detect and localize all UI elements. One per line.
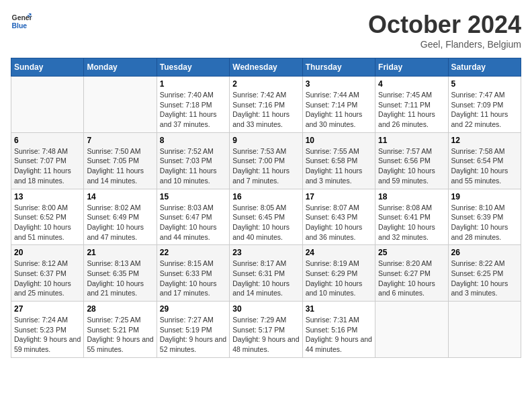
day-number: 20 (14, 248, 81, 257)
day-number: 4 (378, 79, 445, 89)
calendar-table: SundayMondayTuesdayWednesdayThursdayFrid… (11, 58, 521, 358)
day-number: 25 (378, 248, 445, 257)
day-number: 8 (160, 136, 226, 145)
calendar-week-5: 27Sunrise: 7:24 AMSunset: 5:23 PMDayligh… (11, 302, 521, 358)
calendar-day: 29Sunrise: 7:27 AMSunset: 5:19 PMDayligh… (157, 302, 229, 358)
calendar-week-3: 13Sunrise: 8:00 AMSunset: 6:52 PMDayligh… (11, 189, 521, 245)
calendar-week-4: 20Sunrise: 8:12 AMSunset: 6:37 PMDayligh… (11, 245, 521, 302)
day-info: Sunrise: 7:55 AMSunset: 6:58 PMDaylight:… (306, 146, 372, 186)
day-info: Sunrise: 8:15 AMSunset: 6:33 PMDaylight:… (160, 259, 226, 298)
day-number: 31 (306, 304, 372, 314)
calendar-header: SundayMondayTuesdayWednesdayThursdayFrid… (11, 58, 521, 77)
day-info: Sunrise: 7:29 AMSunset: 5:17 PMDaylight:… (232, 315, 299, 355)
day-info: Sunrise: 7:40 AMSunset: 7:18 PMDaylight:… (160, 90, 226, 130)
day-header-sunday: Sunday (11, 58, 84, 77)
day-info: Sunrise: 7:58 AMSunset: 6:54 PMDaylight:… (451, 146, 518, 186)
logo-icon: General Blue (11, 11, 32, 32)
day-number: 2 (232, 79, 299, 89)
day-info: Sunrise: 8:07 AMSunset: 6:43 PMDaylight:… (306, 203, 372, 242)
location: Geel, Flanders, Belgium (368, 39, 521, 50)
day-number: 21 (87, 248, 153, 257)
day-number: 10 (306, 136, 372, 145)
day-info: Sunrise: 8:13 AMSunset: 6:35 PMDaylight:… (87, 259, 153, 298)
header-row: SundayMondayTuesdayWednesdayThursdayFrid… (11, 58, 521, 77)
day-info: Sunrise: 7:44 AMSunset: 7:14 PMDaylight:… (306, 90, 372, 130)
day-number: 30 (232, 304, 299, 314)
calendar-day: 21Sunrise: 8:13 AMSunset: 6:35 PMDayligh… (84, 245, 157, 302)
day-info: Sunrise: 8:08 AMSunset: 6:41 PMDaylight:… (378, 203, 445, 242)
calendar-day: 30Sunrise: 7:29 AMSunset: 5:17 PMDayligh… (230, 302, 302, 358)
calendar-day (84, 77, 157, 133)
calendar-day: 19Sunrise: 8:10 AMSunset: 6:39 PMDayligh… (448, 189, 521, 245)
calendar-day: 5Sunrise: 7:47 AMSunset: 7:09 PMDaylight… (448, 77, 521, 133)
calendar-day: 10Sunrise: 7:55 AMSunset: 6:58 PMDayligh… (302, 132, 375, 189)
calendar-day: 2Sunrise: 7:42 AMSunset: 7:16 PMDaylight… (230, 77, 302, 133)
day-info: Sunrise: 8:12 AMSunset: 6:37 PMDaylight:… (14, 259, 81, 298)
calendar-day: 27Sunrise: 7:24 AMSunset: 5:23 PMDayligh… (11, 302, 84, 358)
day-info: Sunrise: 7:24 AMSunset: 5:23 PMDaylight:… (14, 315, 81, 355)
calendar-day (11, 77, 84, 133)
day-number: 11 (378, 136, 445, 145)
day-number: 22 (160, 248, 226, 257)
calendar-day: 14Sunrise: 8:02 AMSunset: 6:49 PMDayligh… (84, 189, 157, 245)
day-info: Sunrise: 8:22 AMSunset: 6:25 PMDaylight:… (451, 259, 518, 298)
calendar-day: 6Sunrise: 7:48 AMSunset: 7:07 PMDaylight… (11, 132, 84, 189)
day-number: 5 (451, 79, 518, 89)
calendar-day: 28Sunrise: 7:25 AMSunset: 5:21 PMDayligh… (84, 302, 157, 358)
day-info: Sunrise: 8:00 AMSunset: 6:52 PMDaylight:… (14, 203, 81, 242)
day-number: 7 (87, 136, 153, 145)
calendar-week-1: 1Sunrise: 7:40 AMSunset: 7:18 PMDaylight… (11, 77, 521, 133)
day-number: 26 (451, 248, 518, 257)
day-number: 18 (378, 192, 445, 201)
day-info: Sunrise: 8:20 AMSunset: 6:27 PMDaylight:… (378, 259, 445, 298)
calendar-day: 11Sunrise: 7:57 AMSunset: 6:56 PMDayligh… (375, 132, 448, 189)
day-number: 28 (87, 304, 153, 314)
calendar-week-2: 6Sunrise: 7:48 AMSunset: 7:07 PMDaylight… (11, 132, 521, 189)
day-number: 9 (232, 136, 299, 145)
title-block: October 2024 Geel, Flanders, Belgium (368, 11, 521, 50)
calendar-day: 31Sunrise: 7:31 AMSunset: 5:16 PMDayligh… (302, 302, 375, 358)
day-number: 27 (14, 304, 81, 314)
svg-text:Blue: Blue (12, 22, 28, 30)
calendar-day: 20Sunrise: 8:12 AMSunset: 6:37 PMDayligh… (11, 245, 84, 302)
day-number: 15 (160, 192, 226, 201)
day-number: 23 (232, 248, 299, 257)
day-header-saturday: Saturday (448, 58, 521, 77)
day-info: Sunrise: 8:03 AMSunset: 6:47 PMDaylight:… (160, 203, 226, 242)
calendar-day: 22Sunrise: 8:15 AMSunset: 6:33 PMDayligh… (157, 245, 229, 302)
page-header: General Blue October 2024 Geel, Flanders… (11, 11, 521, 50)
calendar-day: 13Sunrise: 8:00 AMSunset: 6:52 PMDayligh… (11, 189, 84, 245)
calendar-day: 4Sunrise: 7:45 AMSunset: 7:11 PMDaylight… (375, 77, 448, 133)
day-info: Sunrise: 7:47 AMSunset: 7:09 PMDaylight:… (451, 90, 518, 130)
day-info: Sunrise: 7:27 AMSunset: 5:19 PMDaylight:… (160, 315, 226, 355)
day-number: 13 (14, 192, 81, 201)
calendar-day: 15Sunrise: 8:03 AMSunset: 6:47 PMDayligh… (157, 189, 229, 245)
calendar-day: 18Sunrise: 8:08 AMSunset: 6:41 PMDayligh… (375, 189, 448, 245)
calendar-day: 17Sunrise: 8:07 AMSunset: 6:43 PMDayligh… (302, 189, 375, 245)
day-info: Sunrise: 8:17 AMSunset: 6:31 PMDaylight:… (232, 259, 299, 298)
day-number: 14 (87, 192, 153, 201)
calendar-day (448, 302, 521, 358)
calendar-day: 25Sunrise: 8:20 AMSunset: 6:27 PMDayligh… (375, 245, 448, 302)
day-number: 16 (232, 192, 299, 201)
day-info: Sunrise: 7:31 AMSunset: 5:16 PMDaylight:… (306, 315, 372, 355)
calendar-day: 1Sunrise: 7:40 AMSunset: 7:18 PMDaylight… (157, 77, 229, 133)
day-number: 17 (306, 192, 372, 201)
day-number: 6 (14, 136, 81, 145)
day-header-wednesday: Wednesday (230, 58, 302, 77)
day-info: Sunrise: 7:48 AMSunset: 7:07 PMDaylight:… (14, 146, 81, 186)
day-info: Sunrise: 7:25 AMSunset: 5:21 PMDaylight:… (87, 315, 153, 355)
day-header-friday: Friday (375, 58, 448, 77)
day-number: 19 (451, 192, 518, 201)
day-number: 24 (306, 248, 372, 257)
calendar-day: 3Sunrise: 7:44 AMSunset: 7:14 PMDaylight… (302, 77, 375, 133)
day-info: Sunrise: 7:53 AMSunset: 7:00 PMDaylight:… (232, 146, 299, 186)
month-title: October 2024 (368, 11, 521, 39)
day-info: Sunrise: 7:52 AMSunset: 7:03 PMDaylight:… (160, 146, 226, 186)
day-info: Sunrise: 8:02 AMSunset: 6:49 PMDaylight:… (87, 203, 153, 242)
calendar-day: 16Sunrise: 8:05 AMSunset: 6:45 PMDayligh… (230, 189, 302, 245)
calendar-day (375, 302, 448, 358)
day-info: Sunrise: 8:05 AMSunset: 6:45 PMDaylight:… (232, 203, 299, 242)
day-number: 1 (160, 79, 226, 89)
calendar-day: 7Sunrise: 7:50 AMSunset: 7:05 PMDaylight… (84, 132, 157, 189)
